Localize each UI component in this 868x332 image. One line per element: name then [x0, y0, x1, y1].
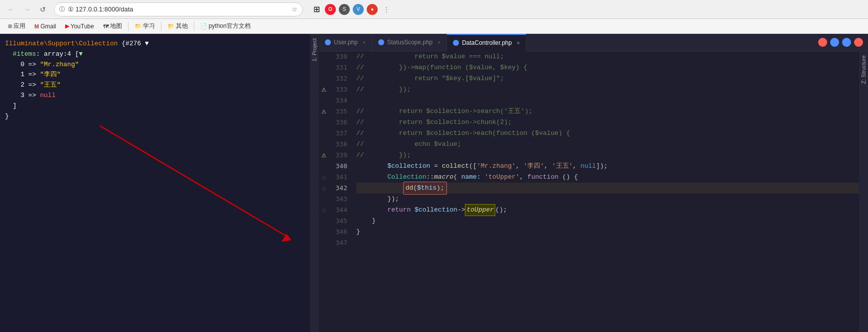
- code-line-341: Collection::macro( name: 'toUpper', func…: [356, 172, 859, 183]
- code-line-343: });: [356, 194, 859, 205]
- gm-341: ◇: [322, 172, 326, 183]
- code-line-336: // return $collection->chunk(2);: [356, 117, 859, 128]
- browser-output-panel: Illuminate\Support\Collection {#276 ▼ #i…: [0, 34, 310, 332]
- code-area[interactable]: // return $value === null; // })->map(fu…: [351, 51, 859, 332]
- ln-332: 332: [329, 73, 347, 84]
- code-line-347: [356, 237, 859, 248]
- tab-icon-status: [378, 39, 384, 45]
- line-numbers: 330 331 332 333 334 335 336 337 338 339 …: [329, 51, 351, 332]
- top-right-btn-2[interactable]: [830, 38, 839, 47]
- code-line-331: // })->map(function ($value, $key) {: [356, 62, 859, 73]
- ln-334: 334: [329, 95, 347, 106]
- tab-close-user[interactable]: ×: [363, 40, 366, 45]
- other-icon: 📁: [167, 23, 174, 29]
- ln-330: 330: [329, 51, 347, 62]
- ln-339: 339: [329, 150, 347, 161]
- ln-331: 331: [329, 62, 347, 73]
- gutter-markers: ⚠ ⚠ ⚠ ◇ ◇ ◇: [319, 51, 329, 332]
- address-bar[interactable]: ⓘ ① 127.0.0.1:8000/data ☆: [54, 2, 303, 16]
- bookmark-maps[interactable]: 🗺 地图: [99, 21, 126, 31]
- ext4-icon[interactable]: ⋮: [381, 4, 392, 15]
- apps-icon[interactable]: ⊞: [311, 4, 322, 15]
- ln-340: 340: [329, 161, 347, 172]
- gm-333: ⚠: [321, 84, 326, 95]
- bookmark-apps[interactable]: ⊞ 应用: [4, 21, 29, 31]
- separator3: [194, 22, 194, 31]
- ide-tabs: User.php × StatusScope.php × DataControl…: [310, 34, 868, 51]
- code-line-335: // return $collection->search('王五');: [356, 106, 859, 117]
- ln-337: 337: [329, 128, 347, 139]
- tab-label-user: User.php: [334, 39, 358, 46]
- ln-346: 346: [329, 226, 347, 237]
- bookmark-youtube[interactable]: ▶ YouTube: [61, 22, 98, 31]
- project-panel-label[interactable]: 1: Project: [309, 34, 319, 65]
- ln-338: 338: [329, 139, 347, 150]
- apps-bookmark-icon: ⊞: [8, 23, 12, 29]
- tab-statusscope-php[interactable]: StatusScope.php ×: [372, 34, 447, 51]
- apps-label: 应用: [13, 22, 25, 30]
- code-line-337: // return $collection->each(function ($v…: [356, 128, 859, 139]
- nav-buttons: ← → ↺: [4, 2, 50, 16]
- main-area: Illuminate\Support\Collection {#276 ▼ #i…: [0, 34, 868, 332]
- structure-panel-label[interactable]: Z: Structure: [859, 51, 868, 88]
- study-label: 学习: [143, 22, 155, 30]
- svg-line-0: [100, 126, 289, 238]
- gm-335: ⚠: [321, 106, 326, 117]
- bookmark-gmail[interactable]: M Gmail: [30, 22, 60, 31]
- top-right-btn-1[interactable]: [818, 38, 827, 47]
- code-line-334: [356, 95, 859, 106]
- youtube-label: YouTube: [71, 23, 94, 30]
- ext3-icon[interactable]: ●: [367, 4, 378, 15]
- ln-347: 347: [329, 237, 347, 248]
- ln-345: 345: [329, 216, 347, 226]
- ide-side-project: 1: Project: [310, 34, 319, 332]
- ln-344: 344: [329, 205, 347, 216]
- code-line-340: $collection = collect(['Mr.zhang', '李四',…: [356, 161, 859, 172]
- tab-user-php[interactable]: User.php ×: [319, 34, 372, 51]
- output-line-6: 3 => null: [5, 91, 305, 101]
- tab-icon-user: [325, 39, 331, 45]
- other-label: 其他: [176, 22, 188, 30]
- gm-344: ◇: [322, 205, 326, 216]
- gmail-label: Gmail: [40, 23, 56, 30]
- output-line-8: }: [5, 111, 305, 122]
- code-line-333: // });: [356, 84, 859, 95]
- refresh-button[interactable]: ↺: [36, 2, 50, 16]
- ln-333: 333: [329, 84, 347, 95]
- code-line-342: dd($this);: [356, 183, 859, 194]
- study-icon: 📁: [135, 23, 142, 29]
- ide-structure-panel: Z: Structure: [859, 51, 868, 332]
- code-line-330: // return $value === null;: [356, 51, 859, 62]
- gmail-icon: M: [34, 23, 39, 29]
- top-right-btn-3[interactable]: [842, 38, 851, 47]
- tab-datacontroller-php[interactable]: DataController.php ×: [447, 34, 526, 51]
- top-right-btn-4[interactable]: [854, 38, 863, 47]
- ext2-icon[interactable]: V: [353, 4, 364, 15]
- ide-panel: 1: Project User.php × StatusScope.php × …: [310, 34, 868, 332]
- output-line-7: ]: [5, 101, 305, 111]
- output-line-4: 1 => "李四": [5, 70, 305, 80]
- tab-label-status: StatusScope.php: [387, 39, 433, 46]
- ide-code-content: ⚠ ⚠ ⚠ ◇ ◇ ◇ 330 331 332 3: [310, 51, 868, 332]
- output-line-2: #items: array:4 [▼: [5, 49, 305, 60]
- opera-icon[interactable]: O: [325, 4, 336, 15]
- code-line-344: return $collection->toUpper();: [356, 205, 859, 216]
- ext1-icon[interactable]: S: [339, 4, 350, 15]
- output-line-1: Illuminate\Support\Collection {#276 ▼: [5, 39, 305, 49]
- tab-close-status[interactable]: ×: [437, 40, 440, 45]
- forward-button[interactable]: →: [20, 2, 34, 16]
- back-button[interactable]: ←: [4, 2, 18, 16]
- code-line-345: }: [356, 216, 859, 226]
- bookmark-python[interactable]: 📄 python官方文档: [196, 21, 255, 31]
- ln-335: 335: [329, 106, 347, 117]
- browser-extension-icons: ⊞ O S V ● ⋮: [311, 4, 392, 15]
- star-icon[interactable]: ☆: [292, 6, 297, 13]
- tab-close-data[interactable]: ×: [517, 40, 520, 46]
- code-line-346: }: [356, 226, 859, 237]
- lock-icon: ⓘ: [59, 5, 65, 13]
- bookmark-other[interactable]: 📁 其他: [163, 21, 192, 31]
- bookmark-study[interactable]: 📁 学习: [131, 21, 159, 31]
- maps-icon: 🗺: [103, 23, 109, 29]
- ln-342: 342: [329, 183, 347, 194]
- ln-341: 341: [329, 172, 347, 183]
